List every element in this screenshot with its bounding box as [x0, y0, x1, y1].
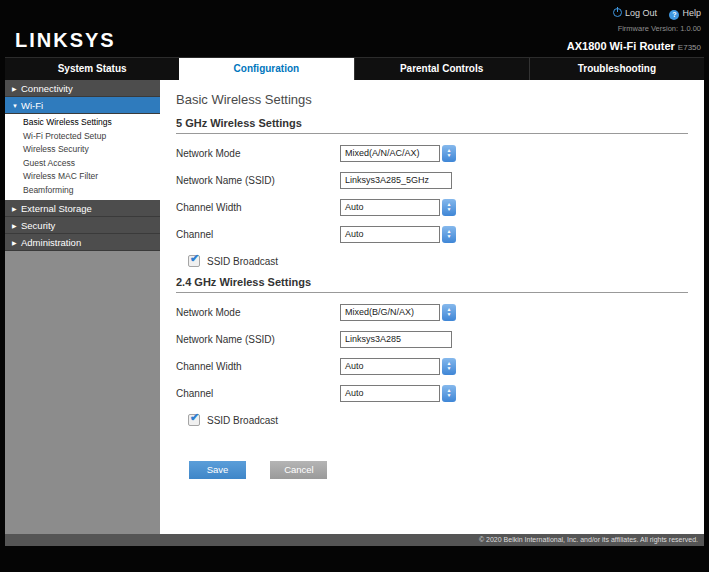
app-frame: LINKSYS Log Out ?Help Firmware Version: … [5, 5, 704, 546]
channel-width-label: Channel Width [176, 202, 340, 213]
ssid-row-5ghz: Network Name (SSID) [176, 171, 688, 189]
network-mode-select-5ghz[interactable]: Mixed(A/N/AC/AX) ▲▼ [340, 145, 456, 162]
channel-width-select-24ghz[interactable]: Auto ▲▼ [340, 358, 456, 375]
wifi-submenu: Basic Wireless Settings Wi-Fi Protected … [5, 114, 160, 200]
tab-troubleshooting[interactable]: Troubleshooting [529, 58, 704, 80]
tab-parental-controls[interactable]: Parental Controls [354, 58, 529, 80]
chevron-right-icon: ▶ [12, 235, 21, 252]
sidebar-item-security[interactable]: ▶Security [5, 217, 160, 234]
main-area: ▶Connectivity ▼Wi-Fi Basic Wireless Sett… [5, 80, 704, 534]
ssid-label: Network Name (SSID) [176, 175, 340, 186]
network-mode-value: Mixed(B/G/N/AX) [340, 304, 440, 321]
ssid-broadcast-row-5ghz: ✔ SSID Broadcast [176, 252, 688, 270]
tab-system-status[interactable]: System Status [5, 58, 179, 80]
section-24ghz: 2.4 GHz Wireless Settings Network Mode M… [176, 276, 688, 429]
channel-width-value: Auto [340, 199, 440, 216]
sidebar-item-label: Security [21, 220, 55, 231]
network-mode-value: Mixed(A/N/AC/AX) [340, 145, 440, 162]
sidebar-subitem-beamforming[interactable]: Beamforming [5, 184, 160, 198]
linksys-logo: LINKSYS [15, 29, 116, 52]
sidebar-item-external-storage[interactable]: ▶External Storage [5, 200, 160, 217]
help-icon: ? [669, 10, 679, 20]
channel-width-label: Channel Width [176, 361, 340, 372]
chevron-right-icon: ▶ [12, 218, 21, 235]
router-model-code: E7350 [678, 43, 701, 52]
tab-configuration[interactable]: Configuration [179, 58, 353, 80]
channel-width-select-5ghz[interactable]: Auto ▲▼ [340, 199, 456, 216]
stepper-down-icon: ▼ [447, 234, 452, 239]
header: LINKSYS Log Out ?Help Firmware Version: … [5, 5, 704, 57]
ssid-broadcast-checkbox-5ghz[interactable]: ✔ [188, 255, 200, 267]
ssid-label: Network Name (SSID) [176, 334, 340, 345]
save-button[interactable]: Save [189, 461, 246, 479]
channel-select-5ghz[interactable]: Auto ▲▼ [340, 226, 456, 243]
sidebar-subitem-wireless-mac-filter[interactable]: Wireless MAC Filter [5, 170, 160, 184]
sidebar-item-label: Wi-Fi [21, 100, 43, 111]
stepper-down-icon: ▼ [447, 207, 452, 212]
logout-link[interactable]: Log Out [613, 8, 657, 18]
channel-value: Auto [340, 385, 440, 402]
section-title-24ghz: 2.4 GHz Wireless Settings [176, 276, 688, 293]
header-right: Log Out ?Help Firmware Version: 1.0.00 A… [567, 8, 701, 54]
stepper-icon[interactable]: ▲▼ [442, 358, 456, 375]
power-icon [613, 8, 622, 17]
network-mode-label: Network Mode [176, 148, 340, 159]
sidebar-item-connectivity[interactable]: ▶Connectivity [5, 80, 160, 97]
sidebar-item-wifi[interactable]: ▼Wi-Fi [5, 97, 160, 114]
stepper-icon[interactable]: ▲▼ [442, 385, 456, 402]
button-row: Save Cancel [176, 459, 688, 479]
channel-value: Auto [340, 226, 440, 243]
network-mode-label: Network Mode [176, 307, 340, 318]
channel-row-24ghz: Channel Auto ▲▼ [176, 384, 688, 402]
sidebar-subitem-wireless-security[interactable]: Wireless Security [5, 143, 160, 157]
page-title: Basic Wireless Settings [176, 92, 688, 107]
stepper-icon[interactable]: ▲▼ [442, 145, 456, 162]
help-label: Help [682, 8, 701, 18]
help-link[interactable]: ?Help [669, 8, 701, 20]
channel-row-5ghz: Channel Auto ▲▼ [176, 225, 688, 243]
chevron-right-icon: ▶ [12, 81, 21, 98]
sidebar-item-label: Connectivity [21, 83, 73, 94]
stepper-down-icon: ▼ [447, 366, 452, 371]
footer-copyright: © 2020 Belkin International, Inc. and/or… [5, 534, 704, 546]
channel-label: Channel [176, 229, 340, 240]
channel-width-row-24ghz: Channel Width Auto ▲▼ [176, 357, 688, 375]
stepper-icon[interactable]: ▲▼ [442, 226, 456, 243]
ssid-broadcast-label: SSID Broadcast [207, 415, 278, 426]
check-icon: ✔ [190, 252, 199, 265]
network-mode-row-24ghz: Network Mode Mixed(B/G/N/AX) ▲▼ [176, 303, 688, 321]
sidebar-subitem-guest-access[interactable]: Guest Access [5, 157, 160, 171]
network-mode-row-5ghz: Network Mode Mixed(A/N/AC/AX) ▲▼ [176, 144, 688, 162]
sidebar-item-administration[interactable]: ▶Administration [5, 234, 160, 251]
stepper-icon[interactable]: ▲▼ [442, 199, 456, 216]
top-tabbar: System Status Configuration Parental Con… [5, 57, 704, 80]
stepper-down-icon: ▼ [447, 153, 452, 158]
ssid-input-5ghz[interactable] [340, 172, 452, 189]
sidebar-subitem-wifi-protected-setup[interactable]: Wi-Fi Protected Setup [5, 130, 160, 144]
stepper-icon[interactable]: ▲▼ [442, 304, 456, 321]
stepper-down-icon: ▼ [447, 393, 452, 398]
section-title-5ghz: 5 GHz Wireless Settings [176, 117, 688, 134]
ssid-broadcast-row-24ghz: ✔ SSID Broadcast [176, 411, 688, 429]
chevron-right-icon: ▶ [12, 201, 21, 218]
ssid-input-24ghz[interactable] [340, 331, 452, 348]
network-mode-select-24ghz[interactable]: Mixed(B/G/N/AX) ▲▼ [340, 304, 456, 321]
stepper-down-icon: ▼ [447, 312, 452, 317]
ssid-broadcast-checkbox-24ghz[interactable]: ✔ [188, 414, 200, 426]
section-5ghz: 5 GHz Wireless Settings Network Mode Mix… [176, 117, 688, 270]
router-model-row: AX1800 Wi-Fi RouterE7350 [567, 36, 701, 54]
sidebar-item-label: External Storage [21, 203, 92, 214]
channel-width-value: Auto [340, 358, 440, 375]
sidebar-item-label: Administration [21, 237, 81, 248]
channel-width-row-5ghz: Channel Width Auto ▲▼ [176, 198, 688, 216]
sidebar: ▶Connectivity ▼Wi-Fi Basic Wireless Sett… [5, 80, 160, 534]
router-model: AX1800 Wi-Fi Router [567, 40, 675, 52]
cancel-button[interactable]: Cancel [270, 461, 327, 479]
firmware-version: Firmware Version: 1.0.00 [567, 24, 701, 33]
content-pane: Basic Wireless Settings 5 GHz Wireless S… [160, 80, 704, 534]
channel-select-24ghz[interactable]: Auto ▲▼ [340, 385, 456, 402]
sidebar-subitem-basic-wireless-settings[interactable]: Basic Wireless Settings [5, 116, 160, 130]
header-links: Log Out ?Help [567, 8, 701, 20]
check-icon: ✔ [190, 411, 199, 424]
chevron-down-icon: ▼ [12, 98, 21, 115]
